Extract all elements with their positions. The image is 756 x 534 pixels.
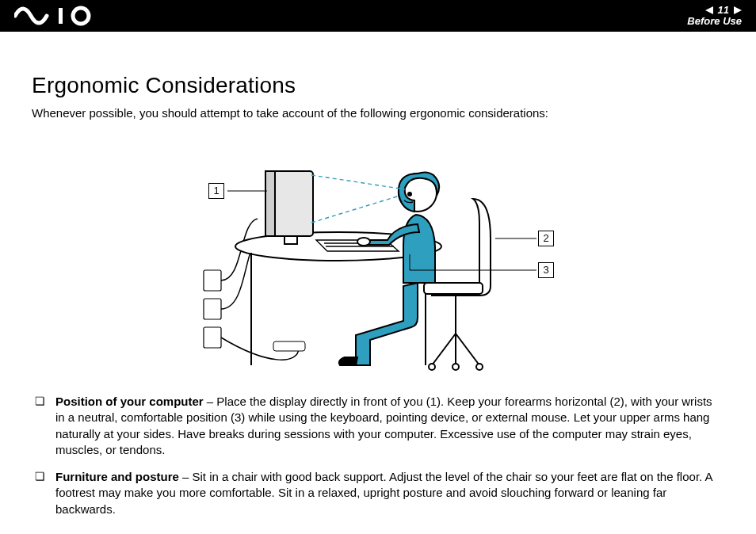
page-number: 11 [718, 5, 729, 16]
svg-line-28 [311, 194, 405, 223]
svg-rect-7 [273, 341, 305, 351]
page-navigator: 11 [705, 5, 742, 16]
prev-page-icon[interactable] [705, 6, 713, 14]
callout-2: 2 [538, 231, 554, 246]
list-item: Furniture and posture – Sit in a chair w… [32, 469, 724, 517]
svg-point-26 [408, 193, 411, 196]
svg-point-1 [73, 8, 89, 24]
svg-point-23 [476, 364, 483, 370]
svg-point-24 [357, 238, 370, 246]
svg-rect-5 [204, 299, 221, 319]
svg-point-22 [452, 364, 459, 370]
callout-1: 1 [208, 183, 224, 199]
svg-marker-3 [734, 6, 742, 14]
ergonomics-illustration: 1 2 3 [180, 128, 576, 373]
svg-rect-0 [59, 8, 63, 24]
intro-text: Whenever possible, you should attempt to… [32, 106, 724, 120]
page-title: Ergonomic Considerations [32, 73, 724, 98]
callout-3: 3 [538, 262, 554, 278]
svg-line-18 [432, 334, 456, 365]
section-label: Before Use [687, 16, 742, 27]
list-item: Position of your computer – Place the di… [32, 394, 724, 458]
bullet-lead: Furniture and posture [55, 470, 179, 483]
svg-marker-2 [705, 6, 713, 14]
next-page-icon[interactable] [734, 6, 742, 14]
svg-rect-12 [265, 171, 275, 236]
svg-rect-4 [204, 270, 221, 291]
ergonomics-figure: 1 2 3 [180, 128, 576, 376]
svg-line-19 [456, 334, 479, 365]
page-content: Ergonomic Considerations Whenever possib… [0, 32, 756, 517]
vaio-logo [14, 0, 101, 32]
header-right: 11 Before Use [687, 5, 742, 28]
bullet-lead: Position of your computer [55, 395, 204, 408]
svg-rect-13 [284, 236, 297, 244]
vaio-logo-icon [14, 6, 101, 26]
svg-point-21 [429, 364, 435, 370]
header-bar: 11 Before Use [0, 0, 756, 32]
svg-rect-6 [204, 327, 221, 348]
svg-line-27 [311, 175, 405, 189]
bullet-list: Position of your computer – Place the di… [32, 394, 724, 517]
svg-rect-16 [424, 283, 483, 294]
